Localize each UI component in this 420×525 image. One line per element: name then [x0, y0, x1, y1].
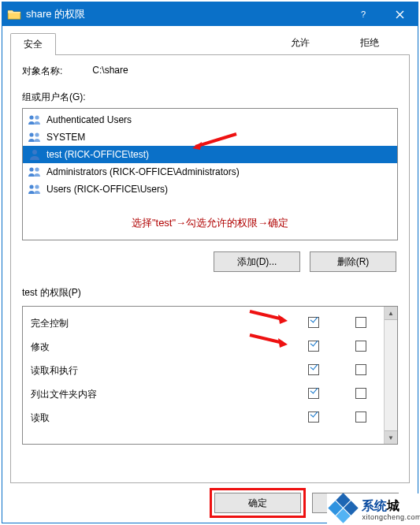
allow-checkbox[interactable] — [308, 317, 319, 328]
list-item-label: Users (RICK-OFFICE\Users) — [46, 184, 168, 195]
scroll-thumb[interactable] — [385, 320, 397, 430]
allow-checkbox[interactable] — [308, 364, 319, 375]
list-item-label: Administrators (RICK-OFFICE\Administrato… — [46, 166, 240, 177]
watermark-text: 系统城 xitongcheng.com — [362, 498, 420, 521]
titlebar: share 的权限 ? — [2, 2, 418, 26]
perm-name: 列出文件夹内容 — [31, 388, 288, 401]
svg-point-7 — [35, 167, 39, 171]
perm-row: 读取 — [31, 406, 384, 430]
scroll-up-icon[interactable]: ▲ — [385, 307, 397, 320]
deny-checkbox[interactable] — [355, 364, 366, 375]
perm-name: 完全控制 — [31, 317, 288, 330]
perm-row: 读取和执行 — [31, 359, 384, 382]
perm-name: 读取 — [31, 411, 288, 425]
perm-row: 列出文件夹内容 — [31, 382, 384, 406]
object-name-label: 对象名称: — [22, 65, 62, 78]
allow-checkbox[interactable] — [308, 388, 319, 399]
list-item[interactable]: Administrators (RICK-OFFICE\Administrato… — [23, 163, 397, 181]
svg-point-4 — [35, 132, 39, 136]
tabstrip: 安全 — [10, 32, 410, 54]
scrollbar[interactable]: ▲ ▼ — [384, 307, 397, 444]
perm-name: 读取和执行 — [31, 364, 288, 378]
perm-name: 修改 — [31, 341, 288, 354]
deny-checkbox[interactable] — [355, 388, 366, 399]
watermark: 系统城 xitongcheng.com — [327, 493, 420, 525]
dialog-body: 安全 对象名称: C:\share 组或用户名(G): Authenticate… — [2, 26, 418, 523]
svg-point-2 — [35, 115, 39, 119]
ok-button[interactable]: 确定 — [214, 493, 301, 513]
group-icon — [28, 131, 42, 143]
deny-checkbox[interactable] — [355, 341, 366, 352]
svg-point-9 — [35, 184, 39, 188]
scroll-down-icon[interactable]: ▼ — [385, 430, 397, 444]
folder-icon — [7, 7, 21, 21]
group-users-label: 组或用户名(G): — [22, 91, 398, 104]
permissions-list: 完全控制修改读取和执行列出文件夹内容读取 ▲ ▼ — [22, 306, 398, 445]
list-item-label: Authenticated Users — [46, 114, 132, 125]
add-button[interactable]: 添加(D)... — [214, 251, 300, 272]
list-item[interactable]: Users (RICK-OFFICE\Users) — [23, 181, 397, 198]
object-name-value: C:\share — [92, 65, 128, 78]
group-users-list[interactable]: Authenticated UsersSYSTEMtest (RICK-OFFI… — [22, 108, 398, 240]
perm-row: 修改 — [31, 335, 384, 359]
list-item-selected[interactable]: test (RICK-OFFICE\test) — [23, 146, 397, 163]
allow-checkbox[interactable] — [308, 341, 319, 352]
list-item[interactable]: SYSTEM — [23, 128, 397, 146]
svg-point-6 — [29, 167, 33, 171]
perm-row: 完全控制 — [31, 311, 384, 335]
list-item-label: test (RICK-OFFICE\test) — [46, 149, 149, 160]
permissions-for-label: test 的权限(P) — [22, 286, 398, 300]
tab-security[interactable]: 安全 — [10, 33, 56, 55]
deny-checkbox[interactable] — [355, 411, 366, 423]
svg-point-8 — [29, 184, 33, 188]
svg-point-3 — [29, 132, 33, 136]
object-row: 对象名称: C:\share — [22, 65, 398, 78]
window-title: share 的权限 — [26, 7, 347, 21]
close-button[interactable] — [381, 2, 418, 26]
svg-point-1 — [29, 115, 33, 119]
remove-button[interactable]: 删除(R) — [310, 251, 396, 272]
help-button[interactable]: ? — [347, 2, 381, 26]
group-icon — [28, 183, 42, 195]
tab-panel: 对象名称: C:\share 组或用户名(G): Authenticated U… — [10, 54, 410, 483]
group-icon — [28, 114, 42, 126]
annotation-text: 选择"test"→勾选允许的权限→确定 — [23, 216, 397, 230]
svg-point-5 — [32, 150, 37, 155]
group-icon — [28, 166, 42, 178]
permissions-dialog: share 的权限 ? 安全 对象名称: C:\share 组或用户名(G): … — [2, 2, 418, 523]
allow-checkbox[interactable] — [308, 411, 319, 423]
user-buttons: 添加(D)... 删除(R) — [22, 251, 396, 272]
list-item-label: SYSTEM — [46, 132, 85, 143]
svg-text:?: ? — [361, 9, 366, 19]
deny-checkbox[interactable] — [355, 317, 366, 328]
list-item[interactable]: Authenticated Users — [23, 111, 397, 128]
watermark-logo-icon — [327, 493, 359, 525]
user-icon — [28, 148, 42, 161]
